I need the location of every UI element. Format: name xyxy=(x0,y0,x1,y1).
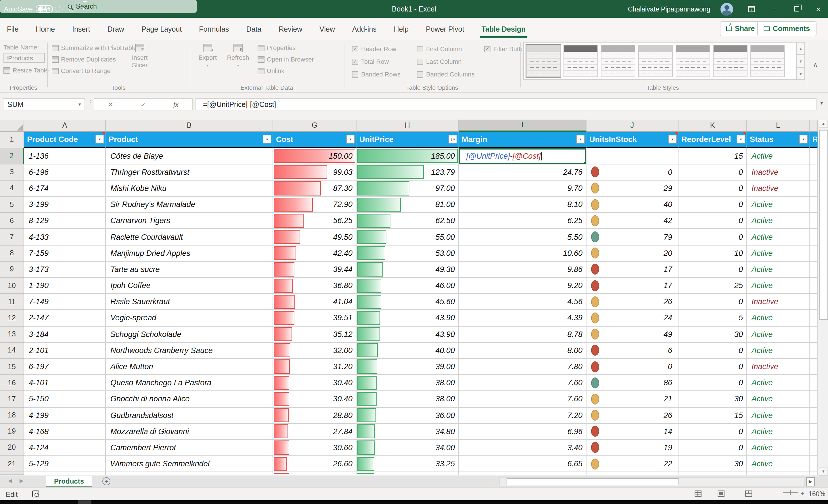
cell-unitsinstock[interactable]: 26 xyxy=(586,407,678,423)
cell-unitprice[interactable]: 34.00 xyxy=(357,440,459,456)
cell-unitprice[interactable]: 43.90 xyxy=(357,326,459,342)
column-header-B[interactable]: B xyxy=(106,119,273,132)
cell-cost[interactable]: 27.84 xyxy=(273,423,357,439)
row-header-12[interactable]: 12 xyxy=(0,310,24,326)
table-name-input[interactable] xyxy=(3,53,45,63)
cell-offscreen[interactable] xyxy=(810,229,818,245)
cell-reorderlevel[interactable]: 0 xyxy=(678,229,747,245)
cell-status[interactable]: Active xyxy=(747,391,810,407)
cell-margin[interactable]: 9.86 xyxy=(459,262,586,278)
cell-cost[interactable]: 39.44 xyxy=(273,262,357,278)
cell-reorderlevel[interactable]: 0 xyxy=(678,294,747,310)
cell-unitsinstock[interactable]: 20 xyxy=(586,245,678,261)
cell-unitprice[interactable]: 38.00 xyxy=(357,375,459,391)
cell-unitprice[interactable]: 55.00 xyxy=(357,229,459,245)
cell-reorderlevel[interactable]: 0 xyxy=(678,375,747,391)
row-header-18[interactable]: 18 xyxy=(0,407,24,423)
cell-cost[interactable]: 49.50 xyxy=(273,229,357,245)
cell-offscreen[interactable] xyxy=(810,262,818,278)
cell-offscreen[interactable] xyxy=(810,326,818,342)
cell-status[interactable]: Active xyxy=(747,456,810,472)
cell-unitsinstock[interactable]: 17 xyxy=(586,262,678,278)
cell-cost[interactable]: 39.51 xyxy=(273,310,357,326)
row-header-5[interactable]: 5 xyxy=(0,197,24,213)
cell-unitsinstock[interactable]: 86 xyxy=(586,375,678,391)
table-style-thumbnail-2[interactable] xyxy=(564,45,598,77)
cell-product-code[interactable]: 2-147 xyxy=(24,310,106,326)
cell-unitsinstock[interactable]: 17 xyxy=(586,278,678,294)
name-box-dropdown-icon[interactable]: ▼ xyxy=(78,102,82,107)
column-header-partial[interactable] xyxy=(810,119,818,132)
row-header-13[interactable]: 13 xyxy=(0,326,24,342)
cell-unitprice[interactable]: 49.30 xyxy=(357,262,459,278)
zoom-slider-thumb[interactable] xyxy=(790,490,791,495)
cell-unitsinstock[interactable]: 14 xyxy=(586,423,678,439)
cell-status[interactable]: Active xyxy=(747,407,810,423)
cell-offscreen[interactable] xyxy=(810,375,818,391)
cell-status[interactable]: Inactive xyxy=(747,359,810,375)
cell-cost[interactable]: 72.90 xyxy=(273,197,357,213)
horizontal-scroll-thumb[interactable] xyxy=(506,478,679,485)
cell-status[interactable]: Active xyxy=(747,262,810,278)
row-header-17[interactable]: 17 xyxy=(0,391,24,407)
cell-product[interactable]: Queso Manchego La Pastora xyxy=(106,375,273,391)
row-header-1[interactable]: 1 xyxy=(0,132,24,148)
cell-product[interactable]: Rssle Sauerkraut xyxy=(106,294,273,310)
cell-unitprice[interactable]: 38.00 xyxy=(357,391,459,407)
cell-offscreen[interactable] xyxy=(810,407,818,423)
column-header-J[interactable]: J xyxy=(586,119,678,132)
horizontal-scrollbar[interactable] xyxy=(499,477,805,486)
row-header-22[interactable] xyxy=(0,472,24,475)
cell-cost[interactable]: 150.00 xyxy=(273,148,357,164)
cell-cost[interactable]: 42.40 xyxy=(273,245,357,261)
cell-offscreen[interactable] xyxy=(810,391,818,407)
cell-cost[interactable]: 28.80 xyxy=(273,407,357,423)
column-header-A[interactable]: A xyxy=(24,119,106,132)
cell-unitprice[interactable]: 123.79 xyxy=(357,164,459,180)
cell-cost[interactable]: 26.60 xyxy=(273,456,357,472)
cell-cost[interactable]: 30.60 xyxy=(273,440,357,456)
cell-unitsinstock[interactable]: 22 xyxy=(586,456,678,472)
filter-button-cost[interactable]: ▾ xyxy=(346,135,355,144)
cell-unitsinstock[interactable]: 79 xyxy=(586,229,678,245)
cell-status[interactable]: Active xyxy=(747,423,810,439)
cell-status[interactable]: Active xyxy=(747,245,810,261)
cell-product-code[interactable]: 7-159 xyxy=(24,245,106,261)
row-header-11[interactable]: 11 xyxy=(0,294,24,310)
cell-product-code[interactable]: 1-190 xyxy=(24,278,106,294)
cell-reorderlevel[interactable]: 10 xyxy=(678,245,747,261)
cell-unitsinstock[interactable]: 40 xyxy=(586,197,678,213)
table-header-unitsinstock[interactable]: UnitsInStock▾ xyxy=(586,132,678,148)
ribbon-tab-file[interactable]: File xyxy=(6,23,19,35)
cell-cost[interactable]: 87.30 xyxy=(273,180,357,197)
minimize-button[interactable] xyxy=(765,0,784,18)
cell-unitprice[interactable]: 81.00 xyxy=(357,197,459,213)
cell-product-code[interactable]: 7-149 xyxy=(24,294,106,310)
cell-cost[interactable]: 56.25 xyxy=(273,213,357,229)
cell-unitsinstock[interactable]: 29 xyxy=(586,180,678,197)
table-style-thumbnail-4[interactable] xyxy=(638,45,673,77)
cell-reorderlevel[interactable]: 30 xyxy=(678,391,747,407)
filter-button-product[interactable]: ▾ xyxy=(263,135,272,144)
cell-margin[interactable]: 7.60 xyxy=(459,375,586,391)
cell-offscreen[interactable] xyxy=(810,245,818,261)
cell-margin[interactable]: 5.50 xyxy=(459,229,586,245)
table-style-thumbnail-7[interactable] xyxy=(750,45,785,77)
row-header-8[interactable]: 8 xyxy=(0,245,24,261)
restore-button[interactable] xyxy=(787,0,806,18)
customize-qat-button[interactable]: ▾ xyxy=(82,0,85,18)
row-header-4[interactable]: 4 xyxy=(0,180,24,197)
page-layout-view-button[interactable] xyxy=(717,490,724,497)
cell-unitprice[interactable]: 97.00 xyxy=(357,180,459,197)
save-button[interactable] xyxy=(40,0,47,18)
cell-unitprice[interactable]: 36.00 xyxy=(357,407,459,423)
cell-unitprice[interactable]: 39.00 xyxy=(357,359,459,375)
cell-unitsinstock[interactable]: 21 xyxy=(586,391,678,407)
cell-unitprice[interactable]: 40.00 xyxy=(357,343,459,359)
cell-status[interactable]: Active xyxy=(747,213,810,229)
normal-view-button[interactable] xyxy=(695,490,702,497)
ribbon-tab-data[interactable]: Data xyxy=(245,23,262,35)
scroll-down-button[interactable]: ▼ xyxy=(819,467,828,475)
cell-product[interactable]: Tarte au sucre xyxy=(106,262,273,278)
cell-unitsinstock[interactable]: 49 xyxy=(586,326,678,342)
